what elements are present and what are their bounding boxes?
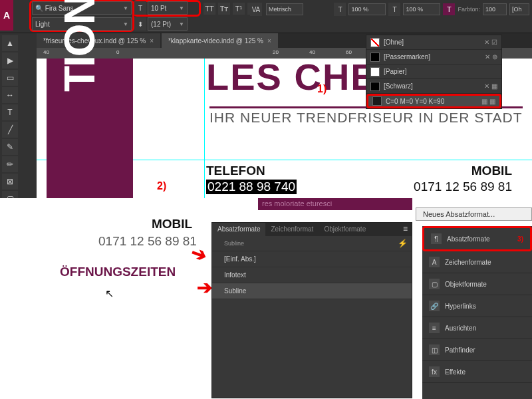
gap-tool[interactable]: ↔ [2, 87, 18, 103]
swatches-panel: [Ohne]✕ ☑ [Passermarken]✕ ⊕ [Papier] [Sc… [366, 35, 502, 109]
pencil-tool[interactable]: ✏ [2, 156, 18, 172]
pen-tool[interactable]: ✎ [2, 139, 18, 155]
ohne-dropdown[interactable]: [Oh [509, 3, 529, 15]
pathfinder-icon: ◫ [429, 344, 440, 355]
swatch-registration[interactable]: [Passermarken]✕ ⊕ [366, 50, 501, 65]
dock-hyperlinks[interactable]: 🔗Hyperlinks [422, 295, 532, 317]
rectangle-frame-tool[interactable]: ⊠ [2, 174, 18, 190]
annotation-3: 3) [517, 235, 523, 243]
paragraph-styles-panel: Absatzformate Zeichenformat Objektformat… [211, 222, 412, 398]
font-size-input[interactable]: 10 Pt▼ [148, 1, 188, 15]
sub-headline: IHR NEUER TRENDFRISEUR IN DER STADT [209, 106, 523, 126]
flash-icon[interactable]: ⚡ [398, 239, 408, 248]
tab-zeichenformat[interactable]: Zeichenformat [265, 223, 319, 236]
dock-objektformate[interactable]: ▢Objektformate [422, 273, 532, 295]
context-menu: Neues Absatzformat... [416, 207, 532, 221]
dock-zeichenformate[interactable]: AZeichenformate [422, 251, 532, 273]
lower-mobil-value: 0171 12 56 89 81 [98, 234, 197, 249]
dock-pathfinder[interactable]: ◫Pathfinder [422, 339, 532, 361]
swatch-paper[interactable]: [Papier] [366, 65, 501, 79]
tab-absatzformate[interactable]: Absatzformate [212, 223, 265, 236]
dock-absatzformate[interactable]: ¶Absatzformate3) [422, 226, 532, 251]
purple-text-strip: res moloriate eturesci [258, 198, 412, 210]
arrow-annotation-icon: ➔ [197, 277, 212, 299]
character-icon: A [429, 257, 440, 267]
paragraph-icon: ¶ [431, 233, 442, 244]
right-dock-panel: ¶Absatzformate3) AZeichenformate ▢Objekt… [422, 226, 532, 399]
swatch-none[interactable]: [Ohne]✕ ☑ [366, 35, 501, 50]
close-icon[interactable]: × [267, 37, 271, 45]
swatch-black[interactable]: [Schwarz]✕ ▦ [366, 79, 501, 94]
tab-objektformate[interactable]: Objektformate [319, 223, 371, 236]
allcaps-icon[interactable]: TT [203, 3, 215, 15]
superscript-icon[interactable]: T¹ [233, 3, 245, 15]
scale-v-input[interactable]: 100 % [403, 3, 440, 15]
selection-tool[interactable]: ▲ [2, 35, 18, 51]
telefon-value[interactable]: 0221 88 98 740 [206, 180, 297, 194]
leading-input[interactable]: (12 Pt)▼ [148, 17, 188, 31]
tab-klappkarte[interactable]: *klappkarte-video.indd @ 125 %× [162, 33, 278, 48]
panel-tabs: Absatzformate Zeichenformat Objektformat… [212, 223, 412, 236]
kerning-dropdown[interactable]: Metrisch [266, 3, 303, 15]
page-tool[interactable]: ▭ [2, 70, 18, 86]
current-style-label: Subline [212, 236, 412, 251]
scale-h-input[interactable]: 100 % [348, 3, 386, 15]
farbton-label: Farbton: [458, 6, 480, 13]
mobil-label: MOBIL [471, 164, 512, 178]
opening-hours-label: ÖFFNUNGSZEITEN [60, 265, 176, 279]
dock-effekte[interactable]: fxEffekte [422, 361, 532, 383]
fill-color-icon[interactable]: T [443, 3, 455, 15]
mobil-value: 0171 12 56 89 81 [414, 180, 512, 194]
farbton-input[interactable]: 100 [483, 3, 507, 15]
guide [204, 59, 205, 198]
smallcaps-icon[interactable]: Tᴛ [218, 3, 230, 15]
dock-ausrichten[interactable]: ≡Ausrichten [422, 317, 532, 339]
style-infotext[interactable]: Infotext [212, 267, 412, 283]
tools-panel: ▲ ▶ ▭ ↔ T ╱ ✎ ✏ ⊠ ▢ ✂ ⟲ ▦ 💧 ✋ 🔍 ◼ ▣ [0, 33, 37, 200]
cursor-icon: ↖ [105, 287, 114, 300]
annotation-1: 1) [317, 83, 327, 95]
style-basic[interactable]: [Einf. Abs.] [212, 251, 412, 267]
annotation-2: 2) [157, 180, 166, 192]
size-controls: T10 Pt▼ ⬍(12 Pt)▼ [134, 1, 200, 33]
object-icon: ▢ [429, 279, 440, 289]
swatch-k90[interactable]: C=0 M=0 Y=0 K=90▦ ▦ [366, 94, 501, 108]
lower-mobil-label: MOBIL [152, 217, 192, 231]
align-icon: ≡ [429, 323, 440, 333]
font-size-icon: T [134, 1, 146, 15]
scale-h-icon: T [334, 3, 346, 16]
telefon-label: TELEFON [206, 164, 265, 178]
lower-canvas: res moloriate eturesci MOBIL 0171 12 56 … [0, 198, 532, 399]
close-icon[interactable]: × [150, 37, 154, 45]
main-headline: LES CHE [206, 55, 377, 98]
style-subline[interactable]: Subline [212, 283, 412, 299]
scale-v-icon: T [388, 3, 400, 16]
direct-selection-tool[interactable]: ▶ [2, 53, 18, 68]
character-mode-icon[interactable]: A [0, 0, 13, 31]
rotated-headline: TION [55, 0, 104, 92]
kerning-area: VA Metrisch [250, 3, 303, 16]
panel-menu-icon[interactable]: ≡ [399, 223, 412, 236]
new-paragraph-style-item[interactable]: Neues Absatzformat... [416, 208, 531, 220]
type-tool[interactable]: T [2, 104, 18, 120]
fx-icon: fx [429, 366, 440, 377]
kerning-icon: VA [250, 3, 262, 16]
right-tools: T 100 % T 100 % T Farbton: 100 [Oh [334, 3, 529, 16]
line-tool[interactable]: ╱ [2, 122, 18, 138]
link-icon: 🔗 [429, 301, 440, 311]
leading-icon: ⬍ [134, 17, 146, 31]
